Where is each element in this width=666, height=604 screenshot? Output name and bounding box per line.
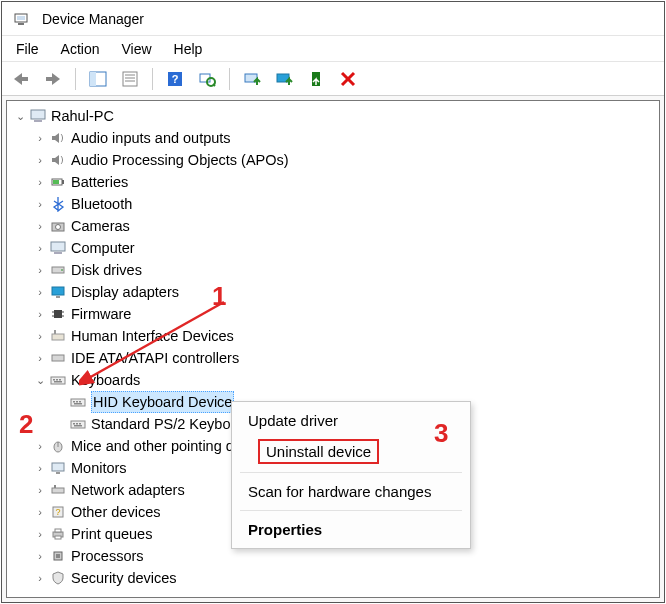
expand-icon[interactable]: › xyxy=(33,479,47,501)
svg-rect-25 xyxy=(53,180,59,184)
expand-icon[interactable]: › xyxy=(33,149,47,171)
expand-icon[interactable]: › xyxy=(33,215,47,237)
disk-icon xyxy=(49,261,67,279)
mouse-icon xyxy=(49,437,67,455)
expand-icon[interactable]: › xyxy=(33,435,47,457)
ctx-uninstall-device[interactable]: Uninstall device xyxy=(232,435,470,468)
expand-icon[interactable]: › xyxy=(33,237,47,259)
svg-rect-59 xyxy=(52,463,64,471)
svg-rect-50 xyxy=(79,401,81,403)
svg-rect-40 xyxy=(54,330,56,334)
ctx-update-driver[interactable]: Update driver xyxy=(232,406,470,435)
toolbar-sep xyxy=(152,68,153,90)
update-driver-alt-button[interactable] xyxy=(271,66,297,92)
svg-point-27 xyxy=(56,225,61,230)
svg-rect-45 xyxy=(59,379,61,381)
svg-rect-43 xyxy=(53,379,55,381)
expand-icon[interactable]: › xyxy=(33,303,47,325)
speaker-icon xyxy=(49,151,67,169)
context-menu: Update driver Uninstall device Scan for … xyxy=(231,401,471,549)
cat-display[interactable]: ›Display adapters xyxy=(11,281,659,303)
svg-rect-48 xyxy=(73,401,75,403)
window-title: Device Manager xyxy=(42,11,144,27)
svg-rect-39 xyxy=(52,334,64,340)
speaker-icon xyxy=(49,129,67,147)
expand-icon[interactable]: › xyxy=(33,347,47,369)
collapse-icon[interactable]: ⌄ xyxy=(13,105,27,127)
collapse-icon[interactable]: ⌄ xyxy=(33,369,47,391)
ctx-properties[interactable]: Properties xyxy=(232,515,470,544)
ctx-sep xyxy=(240,472,462,473)
svg-rect-34 xyxy=(54,310,62,318)
expand-icon[interactable]: › xyxy=(33,171,47,193)
expand-icon[interactable]: › xyxy=(33,567,47,589)
cat-disk[interactable]: ›Disk drives xyxy=(11,259,659,281)
cat-batteries[interactable]: ›Batteries xyxy=(11,171,659,193)
svg-rect-2 xyxy=(17,16,25,20)
svg-rect-53 xyxy=(73,423,75,425)
cat-security[interactable]: ›Security devices xyxy=(11,567,659,589)
toolbar: ? xyxy=(2,62,664,96)
help-button[interactable]: ? xyxy=(162,66,188,92)
svg-rect-28 xyxy=(51,242,65,251)
svg-rect-62 xyxy=(54,485,56,488)
svg-rect-22 xyxy=(34,120,42,122)
svg-rect-60 xyxy=(56,472,60,474)
uninstall-device-button[interactable] xyxy=(335,66,361,92)
cat-bluetooth[interactable]: ›Bluetooth xyxy=(11,193,659,215)
expand-icon[interactable]: › xyxy=(33,457,47,479)
svg-rect-61 xyxy=(52,488,64,493)
scan-hardware-button[interactable] xyxy=(194,66,220,92)
svg-rect-32 xyxy=(52,287,64,295)
expand-icon[interactable]: › xyxy=(33,545,47,567)
ctx-scan-hardware[interactable]: Scan for hardware changes xyxy=(232,477,470,506)
tree-root[interactable]: ⌄ Rahul-PC xyxy=(11,105,659,127)
svg-rect-56 xyxy=(74,425,82,427)
menu-view[interactable]: View xyxy=(111,38,161,60)
svg-text:?: ? xyxy=(172,73,179,85)
svg-rect-24 xyxy=(62,180,64,184)
cat-audio-proc[interactable]: ›Audio Processing Objects (APOs) xyxy=(11,149,659,171)
update-driver-button[interactable] xyxy=(239,66,265,92)
expand-icon[interactable]: › xyxy=(33,281,47,303)
expand-icon[interactable]: › xyxy=(33,501,47,523)
device-tree-panel: ⌄ Rahul-PC ›Audio inputs and outputs ›Au… xyxy=(6,100,660,598)
device-manager-window: Device Manager File Action View Help ? ⌄… xyxy=(1,1,665,603)
cat-cameras[interactable]: ›Cameras xyxy=(11,215,659,237)
svg-rect-4 xyxy=(46,77,53,81)
svg-rect-7 xyxy=(123,72,137,86)
menu-file[interactable]: File xyxy=(6,38,49,60)
hid-icon xyxy=(49,327,67,345)
svg-rect-3 xyxy=(21,77,28,81)
menu-help[interactable]: Help xyxy=(164,38,213,60)
cat-computer[interactable]: ›Computer xyxy=(11,237,659,259)
network-icon xyxy=(49,481,67,499)
expand-icon[interactable]: › xyxy=(33,325,47,347)
expand-icon[interactable]: › xyxy=(33,193,47,215)
back-button[interactable] xyxy=(8,66,34,92)
cat-keyboards[interactable]: ⌄Keyboards xyxy=(11,369,659,391)
expand-icon[interactable]: › xyxy=(33,523,47,545)
properties-button[interactable] xyxy=(117,66,143,92)
chip-icon xyxy=(49,305,67,323)
expand-icon[interactable]: › xyxy=(33,259,47,281)
svg-rect-33 xyxy=(56,296,60,298)
svg-rect-55 xyxy=(79,423,81,425)
show-hide-tree-button[interactable] xyxy=(85,66,111,92)
enable-device-button[interactable] xyxy=(303,66,329,92)
forward-button[interactable] xyxy=(40,66,66,92)
menu-action[interactable]: Action xyxy=(51,38,110,60)
svg-rect-46 xyxy=(54,381,62,383)
cat-hid[interactable]: ›Human Interface Devices xyxy=(11,325,659,347)
svg-rect-21 xyxy=(31,110,45,119)
hid-keyboard-label: HID Keyboard Device xyxy=(91,391,234,413)
svg-rect-49 xyxy=(76,401,78,403)
cat-firmware[interactable]: ›Firmware xyxy=(11,303,659,325)
expand-icon[interactable]: › xyxy=(33,127,47,149)
toolbar-sep xyxy=(229,68,230,90)
cat-ide[interactable]: ›IDE ATA/ATAPI controllers xyxy=(11,347,659,369)
cat-audio-io[interactable]: ›Audio inputs and outputs xyxy=(11,127,659,149)
svg-text:?: ? xyxy=(55,507,60,517)
svg-rect-54 xyxy=(76,423,78,425)
svg-rect-41 xyxy=(52,355,64,361)
